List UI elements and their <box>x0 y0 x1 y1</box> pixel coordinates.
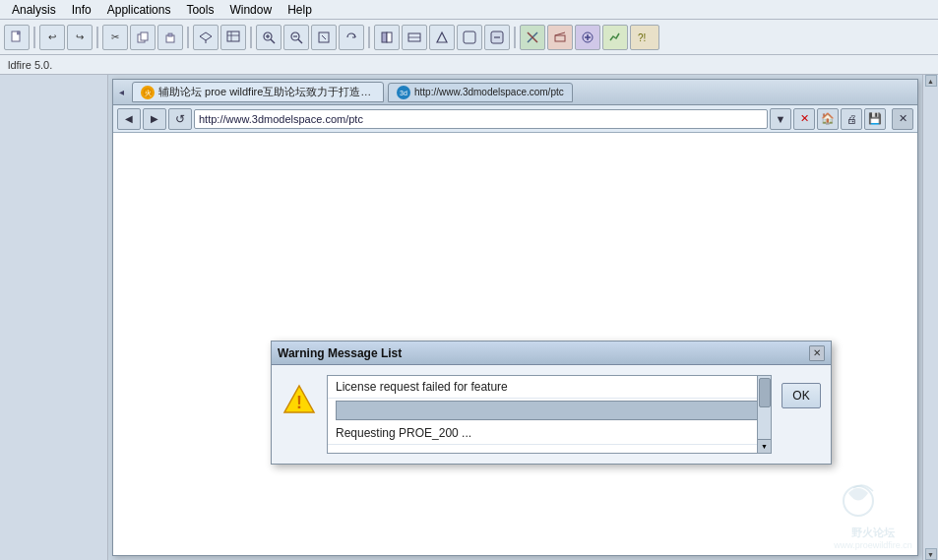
statusbar: ldfire 5.0. <box>0 55 938 75</box>
warning-icon: ! <box>281 383 317 418</box>
tb-btn-17[interactable] <box>602 25 628 50</box>
svg-rect-29 <box>555 35 565 41</box>
menu-help[interactable]: Help <box>280 1 320 19</box>
cut-btn[interactable]: ✂ <box>102 25 128 50</box>
svg-rect-7 <box>227 31 239 41</box>
main-area: ◂ 火 辅助论坛 proe wildfire互助论坛致力于打造成... 3d h… <box>0 75 938 560</box>
model-btn[interactable] <box>193 25 219 50</box>
svg-marker-23 <box>437 32 447 42</box>
browser-forward-btn[interactable]: ▶ <box>143 108 166 130</box>
menubar: Analysis Info Applications Tools Window … <box>0 0 938 20</box>
tab1-favicon: 火 <box>141 86 155 99</box>
svg-text:火: 火 <box>145 90 152 96</box>
svg-rect-19 <box>382 32 387 42</box>
dialog-body: ! License request failed for feature Req… <box>272 365 831 464</box>
message-scrollbar[interactable]: ▼ <box>757 376 771 453</box>
svg-rect-20 <box>387 32 392 42</box>
menu-tools[interactable]: Tools <box>178 1 221 19</box>
svg-line-18 <box>322 35 326 39</box>
right-scrollbar[interactable]: ▲ ▼ <box>922 75 938 560</box>
watermark: 野火论坛 www.proewildfire.cn <box>834 473 912 550</box>
scroll-down-arrow[interactable]: ▼ <box>758 439 771 453</box>
warning-dialog: Warning Message List ✕ ! License request… <box>271 341 832 465</box>
browser-print-btn[interactable]: 🖨 <box>841 108 862 130</box>
browser-home-btn[interactable]: 🏠 <box>817 108 839 130</box>
tb-btn-10[interactable] <box>402 25 427 50</box>
browser-titlebar: ◂ 火 辅助论坛 proe wildfire互助论坛致力于打造成... 3d h… <box>113 80 917 105</box>
svg-line-11 <box>271 39 275 43</box>
browser-dropdown-btn[interactable]: ▼ <box>770 108 791 130</box>
copy-btn[interactable] <box>130 25 156 50</box>
tb-btn-18[interactable]: ?! <box>630 25 659 50</box>
dialog-close-btn[interactable]: ✕ <box>809 345 825 361</box>
undo-btn[interactable]: ↩ <box>39 25 65 50</box>
browser-tab2-label: http://www.3dmodelspace.com/ptc <box>414 87 564 97</box>
view-btn[interactable] <box>220 25 246 50</box>
tb-btn-15[interactable] <box>547 25 573 50</box>
dialog-titlebar: Warning Message List ✕ <box>272 342 831 365</box>
dialog-message-2: Requesting PROE_200 ... <box>328 422 771 445</box>
rotate-btn[interactable] <box>339 25 364 50</box>
sep6 <box>514 27 516 48</box>
menu-analysis[interactable]: Analysis <box>4 1 64 19</box>
tb-btn-13[interactable] <box>484 25 510 50</box>
browser-arrow: ◂ <box>119 87 124 97</box>
svg-rect-2 <box>141 32 148 40</box>
tb-btn-12[interactable] <box>457 25 482 50</box>
browser-url-input[interactable] <box>194 109 768 129</box>
tb-btn-14[interactable] <box>520 25 545 50</box>
menu-window[interactable]: Window <box>221 1 280 19</box>
tb-btn-11[interactable] <box>429 25 455 50</box>
svg-marker-5 <box>200 32 212 40</box>
svg-text:3d: 3d <box>400 90 407 96</box>
browser-window: ◂ 火 辅助论坛 proe wildfire互助论坛致力于打造成... 3d h… <box>112 79 918 556</box>
menu-info[interactable]: Info <box>64 1 99 19</box>
watermark-logo: 野火论坛 <box>834 526 912 540</box>
progress-bar <box>336 401 763 420</box>
browser-back-btn[interactable]: ◀ <box>117 108 141 130</box>
svg-text:?!: ?! <box>638 32 646 43</box>
svg-line-15 <box>298 39 302 43</box>
menu-applications[interactable]: Applications <box>99 1 179 19</box>
browser-tab-1[interactable]: 火 辅助论坛 proe wildfire互助论坛致力于打造成... <box>132 82 384 102</box>
dialog-ok-btn[interactable]: OK <box>782 383 821 408</box>
browser-tab-2[interactable]: 3d http://www.3dmodelspace.com/ptc <box>388 83 573 102</box>
sep1 <box>33 27 35 48</box>
sep3 <box>187 27 189 48</box>
tab2-favicon: 3d <box>397 86 410 99</box>
sep4 <box>250 27 252 48</box>
status-text: ldfire 5.0. <box>8 59 52 71</box>
zoom-out-btn[interactable] <box>283 25 309 50</box>
redo-btn[interactable]: ↪ <box>67 25 93 50</box>
browser-save-btn[interactable]: 💾 <box>864 108 886 130</box>
svg-rect-24 <box>464 31 475 43</box>
dialog-message-1: License request failed for feature <box>328 376 771 399</box>
browser-refresh-btn[interactable]: ↺ <box>168 108 192 130</box>
scroll-up-arrow[interactable]: ▲ <box>925 75 937 87</box>
sep2 <box>96 27 98 48</box>
svg-text:!: ! <box>296 393 302 412</box>
fit-btn[interactable] <box>311 25 337 50</box>
paste-btn[interactable] <box>157 25 183 50</box>
toolbar: ↩ ↪ ✂ <box>0 20 938 55</box>
tb-btn-16[interactable] <box>575 25 600 50</box>
dialog-title: Warning Message List <box>278 346 402 360</box>
svg-rect-4 <box>168 33 172 36</box>
dialog-message-list: License request failed for feature Reque… <box>327 375 772 454</box>
new-btn[interactable] <box>4 25 30 50</box>
sep5 <box>368 27 370 48</box>
content-area: ◂ 火 辅助论坛 proe wildfire互助论坛致力于打造成... 3d h… <box>108 75 922 560</box>
watermark-url: www.proewildfire.cn <box>834 540 912 550</box>
scroll-down-arrow[interactable]: ▼ <box>925 548 937 560</box>
browser-navbar: ◀ ▶ ↺ ▼ ✕ 🏠 🖨 💾 ✕ <box>113 105 917 133</box>
zoom-in-btn[interactable] <box>256 25 281 50</box>
scroll-thumb <box>759 378 771 407</box>
browser-stop-btn[interactable]: ✕ <box>793 108 815 130</box>
browser-close-btn[interactable]: ✕ <box>892 108 913 130</box>
tb-btn-9[interactable] <box>374 25 400 50</box>
sidebar <box>0 75 108 560</box>
browser-tab1-label: 辅助论坛 proe wildfire互助论坛致力于打造成... <box>158 85 375 99</box>
